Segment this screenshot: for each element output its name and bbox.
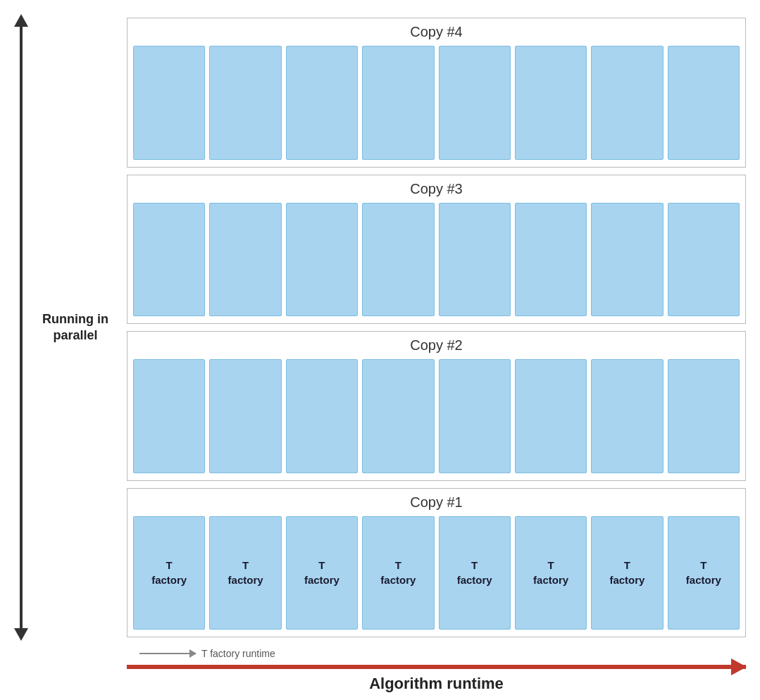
bottom-area: T factory runtime Algorithm runtime	[0, 648, 760, 700]
factory-block	[362, 46, 434, 160]
parallel-label: Running in parallel	[38, 311, 113, 344]
factory-block: Tfactory	[668, 516, 740, 630]
block-label-top: T	[318, 558, 325, 573]
factory-block	[209, 359, 281, 473]
block-label-bottom: factory	[609, 573, 644, 587]
block-label-bottom: factory	[457, 573, 492, 587]
algorithm-runtime-row	[127, 665, 746, 669]
copy-row-copy2: Copy #2	[127, 331, 746, 481]
block-label-bottom: factory	[686, 573, 721, 587]
block-label-top: T	[547, 558, 554, 573]
block-label-top: T	[471, 558, 478, 573]
copy-title-copy2: Copy #2	[133, 337, 740, 354]
factory-block	[591, 203, 663, 317]
factory-block: Tfactory	[209, 516, 281, 630]
block-label-top: T	[624, 558, 630, 573]
factory-block	[133, 359, 205, 473]
arrow-down-icon	[14, 628, 28, 641]
arrow-vertical-line	[20, 27, 23, 628]
factory-block: Tfactory	[133, 516, 205, 630]
copy-row-copy3: Copy #3	[127, 175, 746, 325]
factory-blocks-copy4	[133, 46, 740, 160]
copies-area: Copy #4Copy #3Copy #2Copy #1TfactoryTfac…	[127, 14, 746, 641]
algorithm-runtime-label: Algorithm runtime	[369, 675, 504, 693]
factory-block: Tfactory	[515, 516, 587, 630]
t-factory-runtime-row: T factory runtime	[127, 648, 746, 659]
factory-block	[286, 203, 358, 317]
factory-blocks-copy2	[133, 359, 740, 473]
factory-blocks-copy3	[133, 203, 740, 317]
factory-block	[439, 46, 511, 160]
block-label-top: T	[242, 558, 249, 573]
factory-block	[209, 203, 281, 317]
factory-block	[515, 203, 587, 317]
copy-title-copy1: Copy #1	[133, 494, 740, 511]
block-label-bottom: factory	[533, 573, 568, 587]
factory-block: Tfactory	[362, 516, 434, 630]
arrow-up-icon	[14, 14, 28, 27]
copy-row-copy4: Copy #4	[127, 18, 746, 168]
left-axis: Running in parallel	[14, 14, 127, 641]
factory-block	[591, 46, 663, 160]
vertical-arrow	[14, 14, 28, 641]
copy-row-copy1: Copy #1TfactoryTfactoryTfactoryTfactoryT…	[127, 488, 746, 638]
copy-title-copy3: Copy #3	[133, 181, 740, 197]
block-label-bottom: factory	[304, 573, 339, 587]
factory-block	[668, 203, 740, 317]
factory-block	[133, 46, 205, 160]
factory-block	[209, 46, 281, 160]
diagram-container: Running in parallel Copy #4Copy #3Copy #…	[0, 7, 760, 700]
factory-block	[133, 203, 205, 317]
factory-block	[515, 46, 587, 160]
factory-block: Tfactory	[286, 516, 358, 630]
factory-blocks-copy1: TfactoryTfactoryTfactoryTfactoryTfactory…	[133, 516, 740, 630]
copy-title-copy4: Copy #4	[133, 24, 740, 40]
factory-block	[362, 359, 434, 473]
small-arrow-right-icon	[139, 653, 196, 654]
factory-block	[515, 359, 587, 473]
factory-block	[591, 359, 663, 473]
block-label-top: T	[700, 558, 706, 573]
factory-block	[362, 203, 434, 317]
factory-block	[668, 359, 740, 473]
bottom-labels: Algorithm runtime	[127, 669, 746, 693]
block-label-bottom: factory	[151, 573, 187, 587]
factory-block	[668, 46, 740, 160]
factory-block	[439, 203, 511, 317]
factory-block	[286, 46, 358, 160]
main-area: Running in parallel Copy #4Copy #3Copy #…	[0, 7, 760, 648]
factory-block: Tfactory	[439, 516, 511, 630]
factory-block: Tfactory	[591, 516, 663, 630]
block-label-top: T	[166, 558, 173, 573]
block-label-bottom: factory	[380, 573, 416, 587]
t-factory-runtime-label: T factory runtime	[201, 648, 275, 659]
factory-block	[439, 359, 511, 473]
algorithm-runtime-arrow-icon	[127, 665, 746, 669]
block-label-bottom: factory	[228, 573, 263, 587]
factory-block	[286, 359, 358, 473]
block-label-top: T	[395, 558, 401, 573]
